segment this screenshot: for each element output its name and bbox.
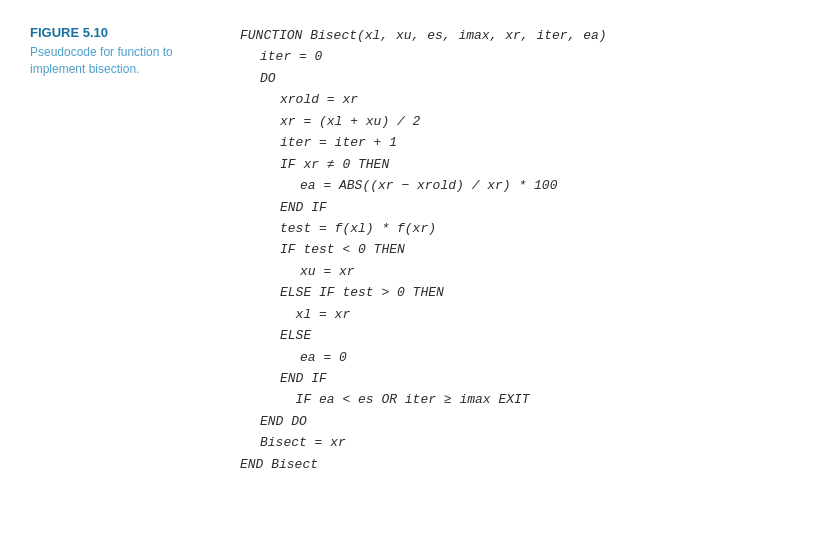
code-line-2: DO [240, 68, 810, 89]
code-line-10: IF test < 0 THEN [240, 239, 810, 260]
code-block: FUNCTION Bisect(xl, xu, es, imax, xr, it… [240, 25, 810, 475]
code-line-0: FUNCTION Bisect(xl, xu, es, imax, xr, it… [240, 25, 810, 46]
code-line-6: IF xr ≠ 0 THEN [240, 154, 810, 175]
code-line-19: Bisect = xr [240, 432, 810, 453]
code-line-3: xrold = xr [240, 89, 810, 110]
code-line-11: xu = xr [240, 261, 810, 282]
code-line-7: ea = ABS((xr − xrold) / xr) * 100 [240, 175, 810, 196]
code-line-20: END Bisect [240, 454, 810, 475]
code-area: FUNCTION Bisect(xl, xu, es, imax, xr, it… [240, 20, 810, 535]
figure-description: Pseudocode for function to implement bis… [30, 44, 210, 78]
code-line-5: iter = iter + 1 [240, 132, 810, 153]
code-line-16: END IF [240, 368, 810, 389]
code-line-13: xl = xr [240, 304, 810, 325]
sidebar: FIGURE 5.10 Pseudocode for function to i… [30, 20, 210, 535]
code-line-4: xr = (xl + xu) / 2 [240, 111, 810, 132]
code-line-15: ea = 0 [240, 347, 810, 368]
page: FIGURE 5.10 Pseudocode for function to i… [0, 0, 840, 555]
code-line-9: test = f(xl) * f(xr) [240, 218, 810, 239]
code-line-1: iter = 0 [240, 46, 810, 67]
code-line-12: ELSE IF test > 0 THEN [240, 282, 810, 303]
code-line-18: END DO [240, 411, 810, 432]
code-line-17: IF ea < es OR iter ≥ imax EXIT [240, 389, 810, 410]
figure-label: FIGURE 5.10 [30, 25, 210, 40]
code-line-14: ELSE [240, 325, 810, 346]
code-line-8: END IF [240, 197, 810, 218]
